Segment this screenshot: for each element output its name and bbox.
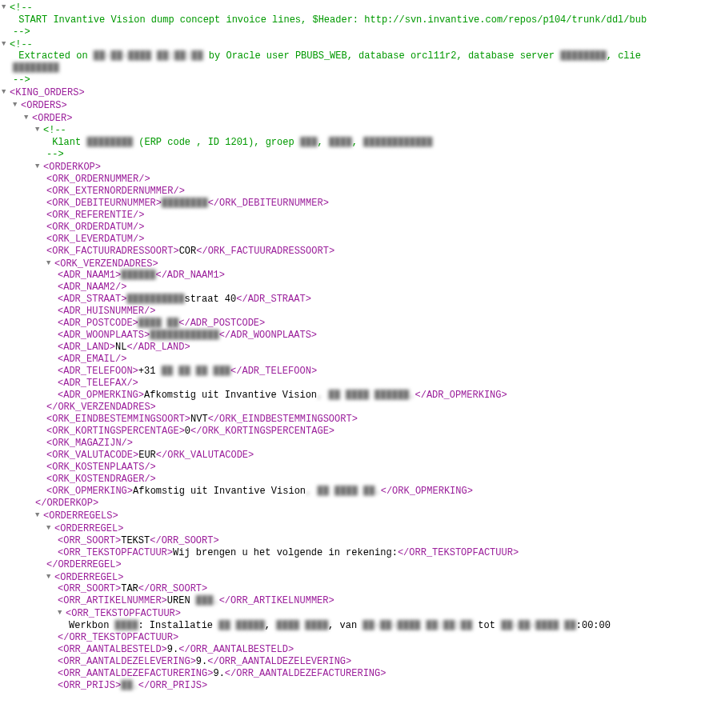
element-orr-tekstopfactuur: <ORR_TEKSTOPFACTUUR>Wij brengen u het vo… [2,547,719,559]
element-ork-factuuradressoort: <ORK_FACTUURADRESSOORT>COR</ORK_FACTUURA… [2,246,719,258]
redacted-text: , ██ ████ ██. [306,486,381,497]
element-adr-postcode: <ADR_POSTCODE>████ ██</ADR_POSTCODE> [2,318,719,330]
element-ork-opmerking: <ORK_OPMERKING>Afkomstig uit Invantive V… [2,486,719,498]
element-adr-land: <ADR_LAND>NL</ADR_LAND> [2,342,719,354]
element-adr-opmerking: <ADR_OPMERKING>Afkomstig uit Invantive V… [2,390,719,402]
xml-tree-view: ▼<!-- START Invantive Vision dump concep… [2,2,719,692]
redacted-text: ███ [300,137,318,148]
redacted-text: ██-██-████ ██:██:██ [94,50,203,62]
comment-close: --> [2,26,719,38]
element-ork-debiteurnummer: <ORK_DEBITEURNUMMER>████████</ORK_DEBITE… [2,198,719,210]
element-orderkop-close: </ORDERKOP> [2,498,719,510]
element-ork-externordernummer: <ORK_EXTERNORDERNUMMER/> [2,186,719,198]
element-ork-kostendrager: <ORK_KOSTENDRAGER/> [2,474,719,486]
redacted-text: ████████████ [363,137,432,148]
element-adr-naam1: <ADR_NAAM1>██████</ADR_NAAM1> [2,270,719,282]
element-ork-orderdatum: <ORK_ORDERDATUM/> [2,222,719,234]
element-adr-huisnummer: <ADR_HUISNUMMER/> [2,306,719,318]
element-orderregel: ▼<ORDERREGEL> [2,571,719,584]
element-ork-valutacode: <ORK_VALUTACODE>EUR</ORK_VALUTACODE> [2,450,719,462]
redacted-text: ████████ [162,198,208,209]
collapse-toggle[interactable]: ▼ [46,258,54,270]
element-orr-soort: <ORR_SOORT>TEKST</ORR_SOORT> [2,535,719,547]
element-ork-verzendadres: ▼<ORK_VERZENDADRES> [2,258,719,270]
element-ork-referentie: <ORK_REFERENTIE/> [2,210,719,222]
redacted-text: ██. [121,680,138,691]
collapse-toggle[interactable]: ▼ [58,607,66,619]
redacted-text: ███. [196,595,219,606]
element-orr-tekstopfactuur-close: </ORR_TEKSTOPFACTUUR> [2,632,719,644]
comment-line: ▼<!-- [2,2,719,14]
redacted-text: ██ █████ [218,620,265,631]
element-adr-straat: <ADR_STRAAT>██████████straat 40</ADR_STR… [2,294,719,306]
comment-close: --> [2,74,719,86]
element-adr-telefax: <ADR_TELEFAX/> [2,378,719,390]
redacted-text: ████ [329,137,352,148]
redacted-text: ████████ [13,62,59,74]
element-adr-email: <ADR_EMAIL/> [2,354,719,366]
element-ork-kostenplaats: <ORK_KOSTENPLAATS/> [2,462,719,474]
element-ork-leverdatum: <ORK_LEVERDATUM/> [2,234,719,246]
element-adr-woonplaats: <ADR_WOONPLAATS>████████████</ADR_WOONPL… [2,330,719,342]
element-adr-naam2: <ADR_NAAM2/> [2,282,719,294]
redacted-text: ████ ████ [276,620,328,631]
element-orr-aantalbesteld: <ORR_AANTALBESTELD>9.</ORR_AANTALBESTELD… [2,644,719,656]
element-orr-tekstopfactuur: ▼<ORR_TEKSTOPFACTUUR> [2,607,719,620]
comment-open: <!-- [10,38,33,50]
comment-text: ████████ [2,62,719,74]
redacted-text: ████████████ [150,330,218,341]
element-adr-telefoon: <ADR_TELEFOON>+31 ██ ██ ██ ███</ADR_TELE… [2,366,719,378]
element-order: ▼<ORDER> [2,112,719,125]
collapse-toggle[interactable]: ▼ [35,510,43,522]
redacted-text: ██-██-████ ██ [501,620,576,631]
element-ork-ordernummer: <ORK_ORDERNUMMER/> [2,174,719,186]
element-orr-prijs: <ORR_PRIJS>██.</ORR_PRIJS> [2,680,719,692]
redacted-text: ██-██-████ ██:██:██ [363,620,472,631]
collapse-toggle[interactable]: ▼ [46,571,54,583]
comment-text: START Invantive Vision dump concept invo… [2,14,719,26]
element-ork-magazijn: <ORK_MAGAZIJN/> [2,438,719,450]
collapse-toggle[interactable]: ▼ [35,124,43,136]
collapse-toggle[interactable]: ▼ [2,38,10,50]
comment-line: ▼<!-- [2,124,719,137]
comment-text: Extracted on ██-██-████ ██:██:██ by Orac… [2,50,719,62]
werkbon-text: Werkbon ████: Installatie ██ █████, ████… [2,620,719,632]
redacted-text: ██████████ [126,294,184,305]
element-orderregel: ▼<ORDERREGEL> [2,522,719,535]
comment-open: <!-- [10,2,33,14]
element-ork-verzendadres-close: </ORK_VERZENDADRES> [2,402,719,414]
redacted-text: ████ ██ [138,318,178,329]
redacted-text: ████████ [86,137,133,148]
redacted-text: ████ [115,620,138,631]
redacted-text: , ██ ████ ██████. [317,390,415,401]
comment-text: Klant ████████ (ERP code , ID 1201), gro… [2,137,719,149]
comment-close: --> [2,149,719,161]
redacted-text: ██████ [121,270,155,281]
element-orderkop: ▼<ORDERKOP> [2,161,719,174]
comment-line: ▼<!-- [2,38,719,51]
collapse-toggle[interactable]: ▼ [35,161,43,173]
element-orderregels: ▼<ORDERREGELS> [2,510,719,522]
element-ork-eindbestemmingsoort: <ORK_EINDBESTEMMINGSOORT>NVT</ORK_EINDBE… [2,414,719,426]
collapse-toggle[interactable]: ▼ [2,2,10,14]
collapse-toggle[interactable]: ▼ [13,99,21,111]
collapse-toggle[interactable]: ▼ [24,112,32,124]
element-orders: ▼<ORDERS> [2,99,719,112]
element-orderregel-close: </ORDERREGEL> [2,559,719,571]
collapse-toggle[interactable]: ▼ [2,86,10,98]
redacted-text: ██ ██ ██ ███ [162,366,230,377]
collapse-toggle[interactable]: ▼ [46,522,54,534]
redacted-text: ████████ [560,50,607,62]
element-orr-artikelnummer: <ORR_ARTIKELNUMMER>UREN ███.</ORR_ARTIKE… [2,595,719,607]
element-ork-kortingspercentage: <ORK_KORTINGSPERCENTAGE>0</ORK_KORTINGSP… [2,426,719,438]
element-orr-soort: <ORR_SOORT>TAR</ORR_SOORT> [2,583,719,595]
element-king-orders: ▼<KING_ORDERS> [2,86,719,99]
element-orr-aantaldezelevering: <ORR_AANTALDEZELEVERING>9.</ORR_AANTALDE… [2,656,719,668]
element-orr-aantaldezefacturering: <ORR_AANTALDEZEFACTURERING>9.</ORR_AANTA… [2,668,719,680]
